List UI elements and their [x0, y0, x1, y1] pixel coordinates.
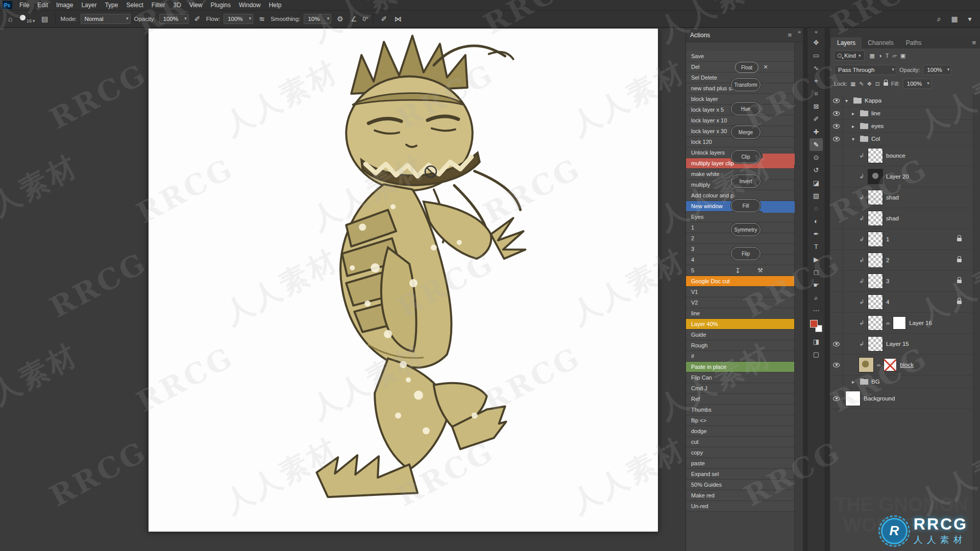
layer-shad[interactable]: ↲shad [830, 208, 973, 229]
action-thumbs[interactable]: Thumbs [686, 405, 794, 415]
action-make-red[interactable]: Make red [686, 490, 794, 501]
lock-artboard-icon[interactable]: ⊡ [875, 81, 880, 87]
layer-layer-20[interactable]: ↲Layer 20 [830, 166, 973, 187]
action-un-red[interactable]: Un-red [686, 501, 794, 512]
symmetry-icon[interactable]: ⋈ [393, 15, 403, 23]
pressure-size-icon[interactable]: ✐ [379, 15, 389, 23]
expand-tools-icon[interactable]: « [815, 28, 818, 35]
menu-image[interactable]: Image [52, 0, 77, 10]
lock-position-icon[interactable]: ✥ [867, 81, 872, 87]
clone-stamp-tool[interactable]: ⊙ [810, 151, 823, 164]
rectangular-marquee-tool[interactable]: ▭ [810, 49, 823, 62]
workspace-switcher-icon[interactable]: ▦ [949, 15, 960, 23]
layer-2[interactable]: ↲2 [830, 250, 973, 271]
actions-scrollbar[interactable] [794, 42, 803, 551]
visibility-toggle[interactable] [830, 271, 843, 291]
layer-thumbnail[interactable] [868, 169, 883, 184]
visibility-toggle[interactable] [830, 107, 843, 119]
panel-menu-icon[interactable]: ≡ [972, 39, 976, 46]
mode-select[interactable]: Normal ▾ [81, 14, 131, 24]
layer-4[interactable]: ↲4 [830, 292, 973, 313]
tab-layers[interactable]: Layers [831, 37, 862, 48]
layer-thumbnail[interactable] [868, 190, 883, 205]
healing-brush-tool[interactable]: ✚ [810, 126, 823, 138]
screen-mode-icon[interactable]: ▢ [810, 348, 823, 361]
photoshop-logo[interactable]: Ps [2, 1, 12, 9]
layer-thumbnail[interactable] [868, 336, 883, 352]
menu-select[interactable]: Select [122, 0, 147, 10]
path-selection-tool[interactable]: ▶ [810, 253, 823, 266]
menu-view[interactable]: View [185, 0, 207, 10]
chevron-down-icon[interactable]: ▾ [965, 15, 975, 23]
menu-window[interactable]: Window [235, 0, 265, 10]
layer-3[interactable]: ↲3 [830, 271, 973, 292]
layer-name[interactable]: 1 [886, 236, 889, 242]
layer-thumbnail[interactable] [859, 357, 874, 372]
action-google-doc-cut[interactable]: Google Doc cut [686, 276, 794, 287]
brush-settings-panel-toggle-icon[interactable]: ▤ [40, 15, 50, 23]
action-button-hue[interactable]: Hue [731, 102, 761, 115]
action-layer-40[interactable]: Layer 40% [686, 319, 794, 330]
layer-name[interactable]: line [871, 110, 880, 116]
action-item[interactable]: # [686, 351, 794, 362]
menu-edit[interactable]: Edit [33, 0, 52, 10]
smoothing-options-gear-icon[interactable]: ⚙ [335, 15, 345, 23]
pin-icon[interactable]: ↧ [735, 267, 741, 274]
pressure-opacity-icon[interactable]: ✐ [192, 15, 203, 23]
action-button-fill[interactable]: Fill [731, 199, 761, 212]
hand-tool[interactable]: ☛ [810, 279, 823, 291]
visibility-toggle[interactable] [830, 120, 843, 132]
brush-preset-picker[interactable]: 16 ▾ [19, 15, 36, 23]
layer-name[interactable]: Kappa [865, 97, 881, 104]
crop-tool[interactable]: ⌗ [810, 87, 823, 100]
layer-thumbnail[interactable] [868, 148, 883, 163]
action-paste[interactable]: paste [686, 458, 794, 469]
action-lock-layer-x-10[interactable]: lock layer x 10 [686, 115, 794, 126]
layer-bounce[interactable]: ↲bounce [830, 145, 973, 166]
lock-all-icon[interactable] [884, 82, 888, 86]
collapse-group-icon[interactable]: ▾ [845, 98, 850, 104]
move-tool[interactable]: ✥ [810, 36, 823, 49]
layer-name[interactable]: Col [871, 136, 880, 142]
frame-tool[interactable]: ⊠ [810, 100, 823, 113]
brush-angle-value[interactable]: 0° [362, 16, 368, 22]
layer-name[interactable]: shad [886, 194, 899, 201]
layer-thumbnail[interactable] [868, 273, 883, 289]
history-brush-tool[interactable]: ↺ [810, 164, 823, 177]
filter-type-layers-icon[interactable]: T [886, 53, 889, 59]
blur-tool[interactable]: ◌ [810, 202, 823, 215]
action-guide[interactable]: Guide [686, 330, 794, 340]
visibility-toggle[interactable] [830, 208, 843, 229]
document-canvas[interactable] [148, 28, 658, 532]
home-icon[interactable]: ⌂ [5, 15, 15, 23]
action-button-transform[interactable]: Transform [731, 78, 761, 91]
action-button-merge[interactable]: Merge [731, 126, 761, 139]
action-flip[interactable]: flip <> [686, 415, 794, 426]
layer-thumbnail[interactable] [868, 232, 883, 247]
action-v2[interactable]: V2 [686, 297, 794, 308]
layer-name[interactable]: Layer 20 [886, 173, 909, 180]
action-flip-can[interactable]: Flip Can [686, 372, 794, 383]
visibility-toggle[interactable] [830, 388, 843, 409]
close-icon[interactable]: × [764, 63, 768, 71]
menu-type[interactable]: Type [101, 0, 122, 10]
action-v1[interactable]: V1 [686, 287, 794, 297]
layer-group-bg[interactable]: ▸BG [830, 375, 973, 388]
visibility-toggle[interactable] [830, 355, 843, 375]
action-eyes[interactable]: Eyes [686, 212, 794, 222]
search-icon[interactable]: ⌕ [934, 15, 944, 23]
airbrush-icon[interactable]: ≋ [257, 15, 267, 23]
visibility-toggle[interactable] [830, 375, 843, 388]
action-rough[interactable]: Rough [686, 340, 794, 351]
layer-fill-select[interactable]: 100% ▾ [903, 79, 932, 89]
visibility-toggle[interactable] [830, 292, 843, 312]
filter-adjustment-layers-icon[interactable]: ◑ [878, 53, 882, 59]
layer-thumbnail[interactable] [868, 294, 883, 310]
menu-3d[interactable]: 3D [169, 0, 185, 10]
layer-thumbnail[interactable] [868, 253, 883, 268]
visibility-toggle[interactable] [830, 145, 843, 166]
eyedropper-tool[interactable]: ✐ [810, 113, 823, 126]
eraser-tool[interactable]: ◪ [810, 177, 823, 189]
filter-shape-layers-icon[interactable]: ▱ [892, 53, 896, 59]
visibility-toggle[interactable] [830, 313, 843, 333]
